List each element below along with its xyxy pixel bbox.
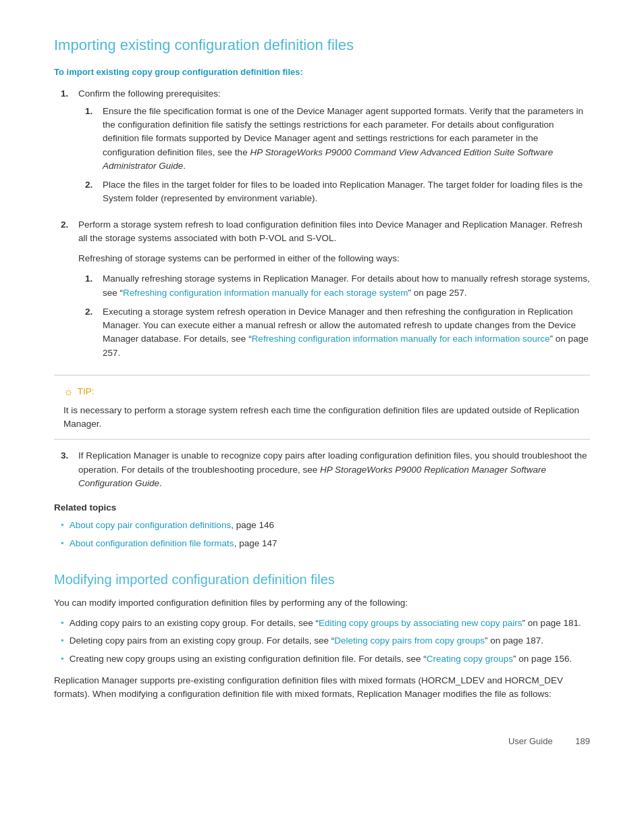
- related-topics-section: Related topics About copy pair configura…: [54, 501, 590, 550]
- section2-bullet-1: Adding copy pairs to an existing copy gr…: [61, 617, 590, 630]
- inner-step-1-2: Place the files in the target folder for…: [85, 178, 590, 206]
- bullet2-link[interactable]: Deleting copy pairs from copy groups: [334, 635, 485, 646]
- footer-page: 189: [575, 736, 590, 746]
- related1-end: , page 146: [231, 520, 274, 530]
- section2-bullet-2: Deleting copy pairs from an existing cop…: [61, 634, 590, 648]
- related-topic-1: About copy pair configuration definition…: [61, 519, 590, 532]
- bullet2-start: Deleting copy pairs from an existing cop…: [70, 635, 334, 646]
- section2-para: Replication Manager supports pre-existin…: [54, 674, 590, 702]
- section2-bullet-3: Creating new copy groups using an existi…: [61, 652, 590, 666]
- bullet3-link[interactable]: Creating copy groups: [427, 654, 513, 664]
- step1-sub1-end: .: [183, 161, 186, 171]
- bullet1-end: ” on page 181.: [522, 618, 581, 628]
- bullet1-start: Adding copy pairs to an existing copy gr…: [70, 618, 319, 628]
- inner-step-2-1: Manually refreshing storage systems in R…: [85, 272, 590, 300]
- step2-sub2-link[interactable]: Refreshing configuration information man…: [252, 334, 550, 344]
- outer-step-3: If Replication Manager is unable to reco…: [61, 449, 590, 490]
- outer-step-list-continued: If Replication Manager is unable to reco…: [54, 449, 590, 490]
- tip-box: ☼ TIP: It is necessary to perform a stor…: [54, 375, 590, 440]
- tip-label: TIP:: [78, 385, 95, 398]
- inner-step-2-2: Executing a storage system refresh opera…: [85, 305, 590, 360]
- related-topics-label: Related topics: [54, 501, 590, 515]
- step2-text: Perform a storage system refresh to load…: [78, 218, 590, 246]
- related1-link[interactable]: About copy pair configuration definition…: [70, 520, 231, 530]
- outer-step-2: Perform a storage system refresh to load…: [61, 218, 590, 365]
- section2-bullets: Adding copy pairs to an existing copy gr…: [54, 617, 590, 666]
- footer-guide: User Guide: [508, 736, 553, 746]
- step2-intro: Refreshing of storage systems can be per…: [78, 252, 590, 265]
- step2-sub1-link[interactable]: Refreshing configuration information man…: [123, 288, 408, 298]
- related2-link[interactable]: About configuration definition file form…: [70, 538, 234, 548]
- inner-step-1-1: Ensure the file specification format is …: [85, 105, 590, 173]
- step1-sub2-end: ).: [312, 193, 317, 203]
- related2-end: , page 147: [234, 538, 277, 548]
- related-topics-list: About copy pair configuration definition…: [54, 519, 590, 550]
- bullet2-end: ” on page 187.: [485, 635, 543, 646]
- inner-step-list-1: Ensure the file specification format is …: [78, 105, 590, 206]
- step1-intro: Confirm the following prerequisites:: [78, 88, 221, 99]
- inner-step-list-2: Manually refreshing storage systems in R…: [78, 272, 590, 360]
- section2-title: Modifying imported configuration definit…: [54, 569, 590, 590]
- step3-end: .: [159, 478, 162, 488]
- bullet3-start: Creating new copy groups using an existi…: [70, 654, 427, 664]
- section2-intro: You can modify imported configuration de…: [54, 596, 590, 610]
- bullet1-link[interactable]: Editing copy groups by associating new c…: [319, 618, 522, 628]
- tip-header: ☼ TIP:: [63, 384, 581, 400]
- outer-step-list: Confirm the following prerequisites: Ens…: [54, 87, 590, 365]
- tip-text: It is necessary to perform a storage sys…: [63, 404, 581, 432]
- step1-sub2-start: Place the files in the target folder for…: [103, 180, 583, 203]
- section1-title: Importing existing configuration definit…: [54, 34, 590, 56]
- tip-icon: ☼: [63, 384, 74, 400]
- section1-subtitle: To import existing copy group configurat…: [54, 66, 590, 79]
- bullet3-end: ” on page 156.: [513, 654, 572, 664]
- related-topic-2: About configuration definition file form…: [61, 537, 590, 550]
- outer-step-1: Confirm the following prerequisites: Ens…: [61, 87, 590, 211]
- footer: User Guide 189: [54, 735, 590, 748]
- step2-sub1-end: ” on page 257.: [408, 288, 466, 298]
